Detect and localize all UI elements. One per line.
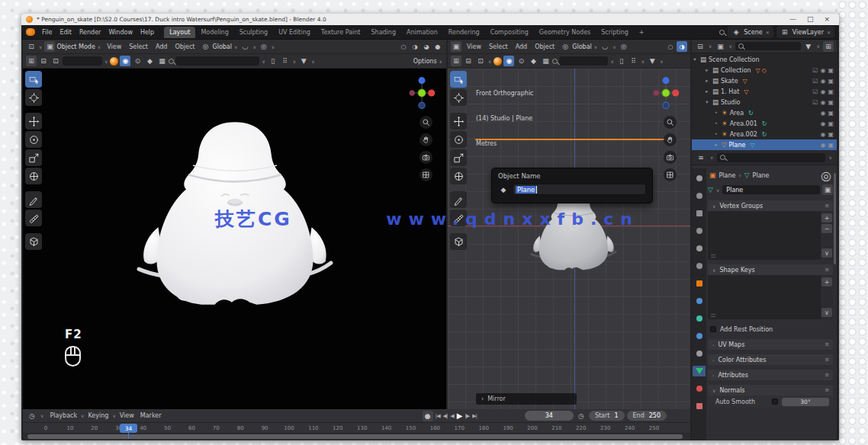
workspace-tab-uv-editing[interactable]: UV Editing: [273, 27, 316, 38]
list-area[interactable]: [708, 275, 821, 319]
workspace-tab-geometry-nodes[interactable]: Geometry Nodes: [534, 27, 596, 38]
section-menu-icon[interactable]: ≡: [825, 387, 829, 393]
material-preview-ball-icon[interactable]: [493, 57, 502, 66]
active-tool-icon[interactable]: ⊞: [26, 56, 37, 66]
vertex-groups-list[interactable]: + − ∨: [708, 211, 833, 260]
section-menu-icon[interactable]: ≡: [825, 372, 829, 378]
gizmos-toggle-icon[interactable]: ⠿: [628, 56, 639, 66]
expander-icon[interactable]: •: [713, 120, 719, 126]
camera-toggle-icon[interactable]: ▣: [828, 120, 834, 127]
object-name-input[interactable]: Plane: [513, 184, 646, 195]
workspace-tab-scripting[interactable]: Scripting: [596, 27, 634, 38]
workspace-tab-animation[interactable]: Animation: [401, 27, 443, 38]
expander-icon[interactable]: ▾: [704, 99, 710, 105]
check-toggle-icon[interactable]: ☑: [812, 78, 818, 85]
active-tool-icon[interactable]: ⊞: [451, 56, 461, 66]
viewport-menu-object[interactable]: Object: [171, 42, 198, 52]
viewport-search-icon[interactable]: [552, 59, 558, 64]
auto-keying-button[interactable]: ●: [423, 411, 433, 421]
section-attributes[interactable]: › Attributes ≡: [708, 370, 833, 380]
editor-type-icon[interactable]: ⊟: [695, 41, 706, 52]
menu-edit[interactable]: Edit: [56, 27, 76, 37]
menu-render[interactable]: Render: [76, 27, 104, 37]
workspace-tab-shading[interactable]: Shading: [365, 27, 401, 38]
menu-file[interactable]: File: [38, 27, 56, 37]
tool-scale-button[interactable]: [25, 149, 42, 166]
current-frame-indicator[interactable]: 34: [120, 424, 137, 433]
remove-button[interactable]: −: [821, 224, 832, 233]
gizmo-icon[interactable]: ◆: [144, 56, 155, 66]
viewport-menu-view[interactable]: View: [103, 42, 125, 52]
outliner-search-field[interactable]: [735, 42, 801, 50]
eye-toggle-icon[interactable]: ◉: [820, 131, 825, 138]
tool-transform-button[interactable]: [25, 168, 42, 184]
timeline-menu-marker[interactable]: Marker: [137, 411, 165, 421]
properties-tab-view-layer[interactable]: [693, 226, 706, 236]
operator-panel[interactable]: › Mirror: [476, 393, 577, 405]
tool-setting-field[interactable]: [63, 56, 102, 66]
properties-tab-render[interactable]: [693, 190, 706, 201]
viewport-menu-add[interactable]: Add: [152, 42, 172, 52]
add-button[interactable]: +: [821, 213, 832, 222]
timeline-ruler[interactable]: 34 0102030405060708090100110120130140150…: [23, 423, 690, 434]
properties-tab-world[interactable]: [693, 261, 706, 271]
minimize-button[interactable]: —: [789, 16, 796, 23]
add-rest-position-checkbox[interactable]: [710, 326, 716, 332]
jump-to-start-button[interactable]: |◀: [436, 413, 440, 419]
breadcrumb-data[interactable]: Plane: [753, 172, 770, 179]
snap-magnet-icon[interactable]: ◡: [240, 41, 250, 52]
check-toggle-icon[interactable]: ☑: [812, 88, 818, 95]
tool-annotate-button[interactable]: [25, 191, 42, 208]
viewport-menu-select[interactable]: Select: [125, 42, 152, 52]
expander-icon[interactable]: ▸: [704, 88, 710, 94]
expander-icon[interactable]: •: [713, 131, 719, 137]
eye-toggle-icon[interactable]: ◉: [820, 78, 825, 85]
previous-keyframe-button[interactable]: ◀|: [443, 413, 448, 419]
wireframe-shading-button[interactable]: ○: [398, 41, 409, 52]
viewport-left-canvas[interactable]: F2: [23, 69, 446, 409]
viewport-camera-button[interactable]: [420, 151, 432, 164]
camera-toggle-icon[interactable]: ▣: [828, 110, 834, 117]
menu-help[interactable]: Help: [137, 27, 158, 37]
blender-logo-icon[interactable]: [26, 28, 35, 36]
editor-type-icon[interactable]: ≡: [696, 152, 706, 163]
proportional-editing-icon[interactable]: ◎: [259, 41, 269, 52]
filter-icon[interactable]: ▼: [803, 41, 814, 52]
resize-handle-icon[interactable]: [711, 255, 715, 258]
section-menu-icon[interactable]: ≡: [825, 267, 829, 273]
properties-tab-texture[interactable]: [693, 401, 706, 411]
tool-annotate-button[interactable]: [450, 191, 467, 208]
eye-toggle-icon[interactable]: ◉: [820, 67, 825, 74]
properties-scrollbar[interactable]: [834, 173, 836, 264]
tool-option-icon[interactable]: ⊡: [475, 56, 486, 66]
scene-selector[interactable]: ◈ Scene ✕: [728, 26, 773, 38]
viewport-grid-button[interactable]: [664, 168, 677, 181]
overlay-icon[interactable]: ⊙: [516, 56, 526, 66]
properties-tab-particles[interactable]: [693, 313, 706, 324]
properties-tab-tool[interactable]: [693, 173, 706, 184]
xray-icon[interactable]: ▦: [156, 56, 167, 66]
current-frame-field[interactable]: 34: [525, 411, 574, 421]
section-menu-icon[interactable]: ≡: [825, 357, 829, 363]
breadcrumb-object[interactable]: Plane: [719, 172, 736, 179]
eye-toggle-icon[interactable]: ◉: [820, 142, 825, 149]
filter-icon[interactable]: ▼: [647, 56, 657, 66]
workspace-tab-texture-paint[interactable]: Texture Paint: [316, 27, 366, 38]
properties-tab-object[interactable]: [693, 278, 706, 289]
viewport-search-field[interactable]: [559, 56, 608, 66]
viewport-menu-object[interactable]: Object: [531, 42, 558, 52]
properties-tab-modifiers[interactable]: [693, 296, 706, 306]
snap-toggle-active-icon[interactable]: ◉: [503, 56, 514, 66]
camera-toggle-icon[interactable]: ▣: [828, 142, 834, 149]
properties-tab-scene[interactable]: [693, 243, 706, 254]
camera-toggle-icon[interactable]: ▣: [828, 88, 834, 95]
search-icon[interactable]: [719, 30, 725, 35]
tool-scale-button[interactable]: [450, 149, 467, 166]
outliner-row-plane[interactable]: ▸▽Plane▽◉▣: [692, 139, 837, 150]
mode-selector[interactable]: Object Mode: [56, 43, 95, 50]
properties-search-field[interactable]: [717, 153, 825, 162]
viewport-pan-button[interactable]: [420, 133, 432, 146]
new-collection-icon[interactable]: ⊞: [823, 41, 834, 52]
tool-select-box-button[interactable]: [25, 71, 42, 88]
list-area[interactable]: [708, 211, 821, 260]
